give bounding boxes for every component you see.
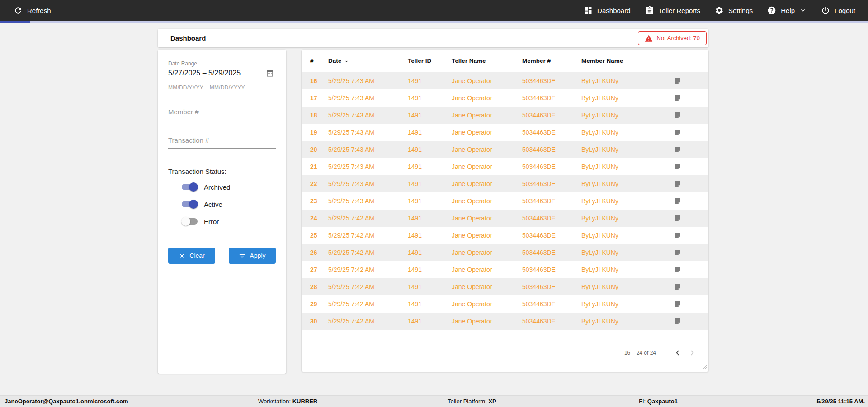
clear-button[interactable]: Clear bbox=[168, 248, 215, 264]
cell-row-number: 17 bbox=[310, 94, 328, 102]
cell-teller-name: Jane Operator bbox=[452, 94, 522, 102]
active-toggle-label: Active bbox=[204, 201, 222, 208]
cell-row-number: 29 bbox=[310, 300, 328, 308]
cell-date: 5/29/25 7:42 AM bbox=[328, 300, 408, 308]
cell-date: 5/29/25 7:42 AM bbox=[328, 249, 408, 256]
cell-teller-id: 1491 bbox=[408, 197, 452, 205]
nav-label-help: Help bbox=[781, 7, 795, 14]
cell-teller-name: Jane Operator bbox=[452, 112, 522, 119]
note-icon[interactable] bbox=[674, 318, 681, 325]
note-icon[interactable] bbox=[674, 197, 681, 205]
refresh-button[interactable]: Refresh bbox=[14, 6, 51, 15]
cell-teller-name: Jane Operator bbox=[452, 215, 522, 222]
nav-item-teller-reports[interactable]: Teller Reports bbox=[645, 6, 701, 15]
active-toggle[interactable] bbox=[181, 200, 198, 209]
table-row[interactable]: 21 5/29/25 7:43 AM 1491 Jane Operator 50… bbox=[302, 158, 708, 175]
toggle-row-archived: Archived bbox=[181, 182, 276, 192]
note-icon[interactable] bbox=[674, 283, 681, 290]
error-toggle-label: Error bbox=[204, 218, 219, 225]
cell-teller-id: 1491 bbox=[408, 249, 452, 256]
table-row[interactable]: 29 5/29/25 7:42 AM 1491 Jane Operator 50… bbox=[302, 295, 708, 313]
sort-arrow-icon bbox=[343, 57, 350, 65]
next-page-button[interactable] bbox=[685, 346, 699, 360]
note-icon[interactable] bbox=[674, 249, 681, 256]
table-row[interactable]: 18 5/29/25 7:43 AM 1491 Jane Operator 50… bbox=[302, 107, 708, 124]
toggle-row-active: Active bbox=[181, 199, 276, 210]
cell-teller-id: 1491 bbox=[408, 318, 452, 325]
cell-teller-name: Jane Operator bbox=[452, 300, 522, 308]
cell-teller-id: 1491 bbox=[408, 232, 452, 239]
archived-toggle-label: Archived bbox=[204, 183, 230, 191]
member-number-input[interactable] bbox=[168, 106, 276, 120]
help-icon bbox=[767, 6, 776, 15]
table-row[interactable]: 24 5/29/25 7:42 AM 1491 Jane Operator 50… bbox=[302, 210, 708, 227]
note-icon[interactable] bbox=[674, 112, 681, 119]
table-row[interactable]: 26 5/29/25 7:42 AM 1491 Jane Operator 50… bbox=[302, 244, 708, 261]
workstation-info: Workstation: KURRER bbox=[258, 398, 317, 405]
table-row[interactable]: 20 5/29/25 7:43 AM 1491 Jane Operator 50… bbox=[302, 141, 708, 158]
cell-teller-name: Jane Operator bbox=[452, 318, 522, 325]
note-icon[interactable] bbox=[674, 300, 681, 308]
apply-button[interactable]: Apply bbox=[229, 248, 276, 264]
table-row[interactable]: 19 5/29/25 7:43 AM 1491 Jane Operator 50… bbox=[302, 124, 708, 141]
not-archived-badge[interactable]: Not Archived: 70 bbox=[638, 31, 707, 45]
note-icon[interactable] bbox=[674, 129, 681, 136]
transaction-number-input[interactable] bbox=[168, 135, 276, 149]
table-row[interactable]: 16 5/29/25 7:43 AM 1491 Jane Operator 50… bbox=[302, 72, 708, 89]
cell-row-number: 28 bbox=[310, 283, 328, 290]
table-body: 16 5/29/25 7:43 AM 1491 Jane Operator 50… bbox=[302, 72, 708, 330]
calendar-icon[interactable] bbox=[266, 69, 276, 79]
filter-panel: Date Range MM/DD/YYYY – MM/DD/YYYY Trans… bbox=[158, 50, 286, 374]
cell-teller-name: Jane Operator bbox=[452, 249, 522, 256]
note-icon[interactable] bbox=[674, 94, 681, 102]
transaction-status-label: Transaction Status: bbox=[168, 168, 276, 175]
cell-teller-id: 1491 bbox=[408, 300, 452, 308]
note-icon[interactable] bbox=[674, 77, 681, 84]
table-row[interactable]: 22 5/29/25 7:43 AM 1491 Jane Operator 50… bbox=[302, 175, 708, 192]
archived-toggle[interactable] bbox=[181, 182, 198, 192]
table-row[interactable]: 30 5/29/25 7:42 AM 1491 Jane Operator 50… bbox=[302, 313, 708, 330]
table-row[interactable]: 25 5/29/25 7:42 AM 1491 Jane Operator 50… bbox=[302, 227, 708, 244]
nav-item-dashboard[interactable]: Dashboard bbox=[584, 6, 630, 15]
note-icon[interactable] bbox=[674, 163, 681, 170]
loading-progress-bar bbox=[0, 21, 868, 23]
cell-teller-name: Jane Operator bbox=[452, 129, 522, 136]
cell-member-name: ByLyJI KUNy bbox=[581, 163, 674, 170]
note-icon[interactable] bbox=[674, 180, 681, 187]
cell-date: 5/29/25 7:43 AM bbox=[328, 112, 408, 119]
table-row[interactable]: 23 5/29/25 7:43 AM 1491 Jane Operator 50… bbox=[302, 192, 708, 210]
note-icon[interactable] bbox=[674, 232, 681, 239]
table-row[interactable]: 28 5/29/25 7:42 AM 1491 Jane Operator 50… bbox=[302, 278, 708, 295]
cell-teller-id: 1491 bbox=[408, 94, 452, 102]
nav-right-group: Dashboard Teller Reports Settings Help bbox=[584, 6, 855, 15]
cell-teller-id: 1491 bbox=[408, 146, 452, 153]
table-row[interactable]: 27 5/29/25 7:42 AM 1491 Jane Operator 50… bbox=[302, 261, 708, 278]
cell-member-number: 5034463DE bbox=[522, 215, 581, 222]
note-icon[interactable] bbox=[674, 146, 681, 153]
refresh-icon bbox=[14, 6, 23, 15]
nav-item-help[interactable]: Help bbox=[767, 6, 807, 15]
note-icon[interactable] bbox=[674, 215, 681, 222]
cell-teller-name: Jane Operator bbox=[452, 77, 522, 84]
cell-row-number: 25 bbox=[310, 232, 328, 239]
nav-label-dashboard: Dashboard bbox=[597, 7, 630, 14]
previous-page-button[interactable] bbox=[670, 346, 685, 360]
cell-row-number: 16 bbox=[310, 77, 328, 84]
cell-member-name: ByLyJI KUNy bbox=[581, 197, 674, 205]
table-row[interactable]: 17 5/29/25 7:43 AM 1491 Jane Operator 50… bbox=[302, 89, 708, 107]
column-header-date[interactable]: Date bbox=[328, 57, 408, 65]
column-header-teller-id: Teller ID bbox=[408, 57, 452, 64]
note-icon[interactable] bbox=[674, 266, 681, 273]
date-range-field bbox=[168, 69, 276, 81]
nav-item-settings[interactable]: Settings bbox=[715, 6, 753, 15]
cell-teller-id: 1491 bbox=[408, 77, 452, 84]
gear-icon bbox=[715, 6, 724, 15]
error-toggle[interactable] bbox=[181, 217, 198, 226]
cell-row-number: 20 bbox=[310, 146, 328, 153]
cell-member-number: 5034463DE bbox=[522, 112, 581, 119]
cell-teller-name: Jane Operator bbox=[452, 163, 522, 170]
not-archived-count: Not Archived: 70 bbox=[657, 35, 700, 42]
cell-row-number: 23 bbox=[310, 197, 328, 205]
date-range-input[interactable] bbox=[168, 69, 276, 77]
nav-item-logout[interactable]: Logout bbox=[821, 6, 855, 15]
